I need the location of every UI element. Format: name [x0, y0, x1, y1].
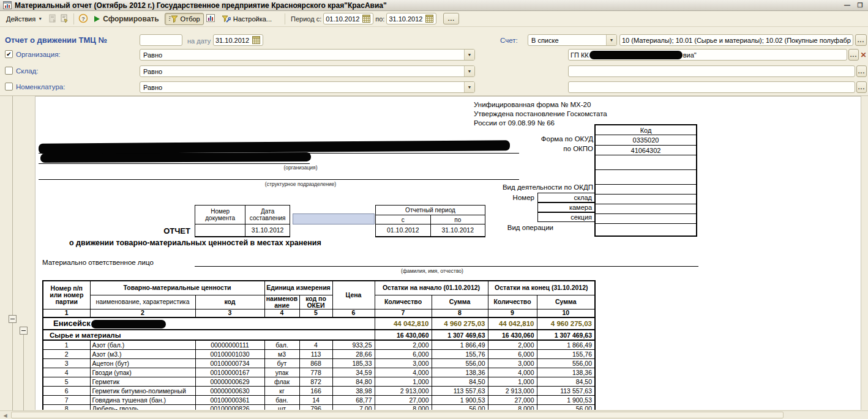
calendar-icon[interactable]: [362, 14, 371, 23]
okdp-label: Вид деятельности по ОКДП: [415, 184, 593, 191]
table-cell: 56,00: [432, 404, 488, 410]
table-cell: Герметик битумно-полимерный: [90, 386, 195, 395]
table-cell: 00100000826: [195, 404, 264, 410]
table-cell: 556,00: [432, 358, 488, 368]
nomenclature-condition-value: Равно: [140, 84, 464, 91]
table-cell: 2,000: [375, 340, 432, 349]
warehouse-pick-button[interactable]: ...: [856, 65, 867, 77]
table-row: 4Гвозди (упак)00100000167упак77834,594,0…: [43, 368, 595, 377]
period-from-field[interactable]: 01.10.2012: [323, 13, 373, 24]
scroll-left-arrow-icon[interactable]: ◀: [1, 412, 9, 419]
account-mode-value: В списке: [528, 37, 606, 44]
table-cell: 2 913,000: [488, 386, 537, 395]
filter-toggle-button[interactable]: Отбор: [165, 13, 204, 25]
org-checkbox[interactable]: ✔: [5, 50, 13, 58]
table-cell: 2 913,000: [375, 386, 432, 395]
export-icon[interactable]: [59, 13, 69, 24]
header-name: наименование, характеристика: [90, 295, 195, 309]
nomenclature-checkbox[interactable]: [5, 83, 13, 91]
table-cell: 155,76: [432, 349, 488, 358]
org-value-suffix: виа": [683, 51, 697, 59]
unit-caption: (структурное подразделение): [209, 181, 392, 187]
group-tree-line: [12, 96, 13, 410]
scrollbar-thumb[interactable]: [11, 412, 784, 418]
form-note: Унифицированная форма № МХ-20 Утверждена…: [474, 100, 607, 128]
group-qty-end: 44 042,810: [488, 317, 537, 330]
selected-cell[interactable]: [293, 213, 375, 224]
header-qty-start: Количество: [375, 295, 432, 309]
period-to-field[interactable]: 31.10.2012: [386, 13, 436, 24]
table-cell: флак: [264, 377, 299, 386]
account-mode-combo[interactable]: В списке ▼: [528, 34, 617, 46]
okud-value: 0335020: [596, 135, 696, 145]
warehouse-condition-combo[interactable]: Равно ▼: [140, 65, 475, 77]
warehouse-checkbox[interactable]: [5, 67, 13, 75]
table-cell: 1 866,49: [432, 340, 488, 349]
group-qty-start: 16 430,060: [375, 330, 432, 340]
table-cell: 138,36: [537, 368, 595, 377]
table-cell: 34,59: [332, 368, 375, 377]
period-to-value: 31.10.2012: [430, 224, 485, 237]
window-title-bar[interactable]: Материальный отчет (Октябрь 2012 г.) Гос…: [0, 0, 868, 11]
restore-button[interactable]: ❐: [855, 1, 865, 9]
table-cell: 113: [299, 349, 332, 358]
nomenclature-pick-button[interactable]: ...: [856, 81, 867, 93]
actions-label: Действия: [6, 15, 36, 23]
storage-row-label: склад: [537, 193, 595, 202]
code-box: Код 0335020 41064302: [594, 124, 697, 237]
table-cell: 2,000: [488, 340, 537, 349]
group-name: Енисейск: [43, 317, 375, 330]
minimize-button[interactable]: —: [842, 1, 852, 9]
report-subtitle: о движении товарно-материальных ценносте…: [69, 239, 321, 247]
chart-view-icon[interactable]: [206, 13, 215, 24]
help-icon[interactable]: ?: [78, 13, 88, 24]
code-header-cell: Код: [596, 125, 696, 135]
warehouse-value-field[interactable]: [568, 65, 855, 77]
horizontal-scrollbar[interactable]: ◀: [0, 410, 868, 419]
chevron-down-icon: ▼: [38, 17, 42, 21]
chevron-down-icon[interactable]: ▼: [464, 82, 474, 92]
filter-panel: Отчет о движении ТМЦ № на дату 31.10.201…: [0, 27, 868, 96]
generate-button[interactable]: Сформировать: [90, 13, 162, 25]
table-cell: 1,000: [488, 377, 537, 386]
operation-type-cell: [596, 223, 696, 235]
report-word: ОТЧЕТ: [133, 226, 190, 235]
account-pick-button[interactable]: ...: [855, 34, 867, 46]
org-condition-combo[interactable]: Равно ▼: [140, 49, 475, 61]
period-more-button[interactable]: ...: [443, 13, 459, 24]
period-from-label: Период с:: [291, 15, 321, 23]
settings-button[interactable]: Настройка...: [217, 13, 275, 25]
table-cell: 7: [43, 395, 90, 404]
chevron-down-icon[interactable]: ▼: [464, 50, 474, 60]
table-cell: бан.: [264, 395, 299, 404]
filter-label: Отбор: [181, 15, 200, 23]
spreadsheet-area[interactable]: Унифицированная форма № МХ-20 Утверждена…: [0, 96, 868, 410]
report-number-input[interactable]: [140, 34, 182, 46]
collapse-subgroup-button[interactable]: [20, 327, 28, 335]
table-cell: м3: [264, 349, 299, 358]
header-tmc: Товарно-материальные ценности: [90, 281, 264, 295]
doc-no-header: Номер документа: [195, 206, 245, 224]
chevron-down-icon[interactable]: ▼: [606, 35, 616, 45]
nomenclature-value-field[interactable]: [568, 81, 855, 93]
header-qty-end: Количество: [488, 295, 537, 309]
more-label: ...: [858, 84, 865, 91]
table-cell: Герметик: [90, 377, 195, 386]
chevron-down-icon[interactable]: ▼: [464, 66, 474, 76]
empty-code-cell: [596, 169, 696, 184]
calendar-icon[interactable]: [425, 14, 434, 23]
collapse-group-button[interactable]: [9, 315, 17, 323]
nomenclature-condition-combo[interactable]: Равно ▼: [140, 81, 475, 93]
calendar-icon[interactable]: [252, 35, 261, 45]
account-value-field[interactable]: 10 (Материалы); 10.01 (Сырье и материалы…: [619, 34, 853, 46]
table-cell: 796: [299, 404, 332, 410]
update-icon[interactable]: [48, 13, 58, 24]
org-pick-button[interactable]: ...: [848, 49, 859, 61]
mol-label: Материально ответственное лицо: [42, 259, 154, 266]
org-value-field[interactable]: ГП КК виа": [568, 49, 847, 61]
org-clear-button[interactable]: ✕: [859, 49, 868, 61]
table-cell: 1,000: [375, 377, 432, 386]
actions-menu-button[interactable]: Действия ▼: [2, 13, 46, 24]
items-body: Енисейск 44 042,810 4 960 275,03 44 042,…: [43, 317, 595, 410]
on-date-field[interactable]: 31.10.2012: [213, 34, 263, 46]
